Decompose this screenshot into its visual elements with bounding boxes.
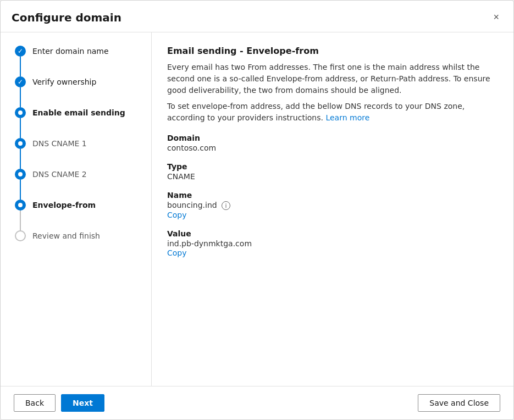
step-line-col-2 (14, 87, 27, 107)
step-spacer-5 (14, 180, 151, 200)
content-description-2-text: To set envelope-from address, add the be… (167, 102, 465, 122)
copy-name-button[interactable]: Copy (167, 211, 187, 219)
step-connector-review (14, 230, 27, 241)
step-label-enter-domain: Enter domain name (27, 46, 109, 57)
modal-header: Configure domain × (1, 1, 513, 32)
modal-body: ✓ Enter domain name ✓ (1, 32, 513, 386)
step-list: ✓ Enter domain name ✓ (14, 46, 151, 241)
step-spacer-1 (14, 57, 151, 76)
step-line-col-1 (14, 57, 27, 76)
step-dot-dns1 (15, 138, 26, 149)
check-icon-2: ✓ (18, 78, 23, 86)
step-line-col-4 (14, 149, 27, 169)
step-spacer-6 (14, 211, 151, 230)
step-item-review-finish: Review and finish (14, 230, 151, 241)
step-line-col-6 (14, 211, 27, 230)
step-label-review-finish: Review and finish (27, 230, 100, 241)
configure-domain-modal: Configure domain × ✓ Enter domain name (0, 0, 514, 420)
learn-more-link[interactable]: Learn more (325, 113, 369, 122)
field-value-name-text: bouncing.ind (167, 201, 217, 209)
save-close-button[interactable]: Save and Close (418, 394, 500, 412)
modal-title: Configure domain (12, 11, 121, 24)
step-spacer-3 (14, 118, 151, 138)
field-value-name: bouncing.ind i (167, 201, 498, 210)
step-label-dns-cname-2: DNS CNAME 2 (27, 169, 87, 180)
step-connector-enter-domain: ✓ (14, 46, 27, 57)
step-connector-dns2 (14, 169, 27, 180)
info-icon-name[interactable]: i (222, 201, 230, 210)
field-label-type: Type (167, 162, 498, 171)
step-connector-enable (14, 107, 27, 118)
sidebar: ✓ Enter domain name ✓ (1, 32, 152, 386)
field-value: Value ind.pb-dynmktga.com Copy (167, 229, 498, 257)
field-label-name: Name (167, 191, 498, 200)
field-type: Type CNAME (167, 162, 498, 181)
step-dot-dns2 (15, 169, 26, 180)
footer-left-actions: Back Next (14, 394, 104, 412)
step-item-dns-cname-2: DNS CNAME 2 (14, 169, 151, 180)
step-connector-verify: ✓ (14, 76, 27, 87)
step-line-2 (20, 87, 21, 107)
step-line-6 (20, 211, 21, 230)
copy-value-button[interactable]: Copy (167, 248, 187, 257)
step-dot-review (15, 230, 26, 241)
step-line-col-5 (14, 180, 27, 200)
step-line-3 (20, 118, 21, 138)
step-dot-verify: ✓ (15, 76, 26, 87)
step-dot-enable-email (15, 107, 26, 118)
check-icon: ✓ (18, 47, 23, 55)
step-label-dns-cname-1: DNS CNAME 1 (27, 138, 87, 149)
field-value-domain: contoso.com (167, 143, 498, 152)
step-line-4 (20, 149, 21, 169)
step-dot-enter-domain: ✓ (15, 46, 26, 57)
content-description-2: To set envelope-from address, add the be… (167, 101, 498, 124)
step-item-enter-domain: ✓ Enter domain name (14, 46, 151, 57)
step-line-1 (20, 57, 21, 76)
step-item-verify-ownership: ✓ Verify ownership (14, 76, 151, 87)
modal-footer: Back Next Save and Close (1, 386, 513, 419)
next-button[interactable]: Next (61, 394, 104, 412)
step-label-verify-ownership: Verify ownership (27, 76, 96, 87)
step-connector-dns1 (14, 138, 27, 149)
step-item-dns-cname-1: DNS CNAME 1 (14, 138, 151, 149)
step-label-enable-email: Enable email sending (27, 107, 125, 118)
step-spacer-2 (14, 87, 151, 107)
step-item-envelope-from: Envelope-from (14, 200, 151, 211)
field-label-value: Value (167, 229, 498, 238)
back-button[interactable]: Back (14, 394, 56, 412)
content-title: Email sending - Envelope-from (167, 46, 498, 56)
step-line-5 (20, 180, 21, 200)
step-spacer-4 (14, 149, 151, 169)
field-value-type: CNAME (167, 172, 498, 181)
content-panel: Email sending - Envelope-from Every emai… (152, 32, 513, 386)
field-label-domain: Domain (167, 134, 498, 142)
step-dot-envelope (15, 200, 26, 211)
step-line-col-3 (14, 118, 27, 138)
field-name: Name bouncing.ind i Copy (167, 191, 498, 219)
close-button[interactable]: × (490, 9, 502, 25)
step-item-enable-email: Enable email sending (14, 107, 151, 118)
step-label-envelope-from: Envelope-from (27, 200, 96, 211)
step-connector-envelope (14, 200, 27, 211)
content-description-1: Every email has two From addresses. The … (167, 62, 498, 96)
field-value-value: ind.pb-dynmktga.com (167, 239, 498, 248)
field-domain: Domain contoso.com (167, 134, 498, 152)
